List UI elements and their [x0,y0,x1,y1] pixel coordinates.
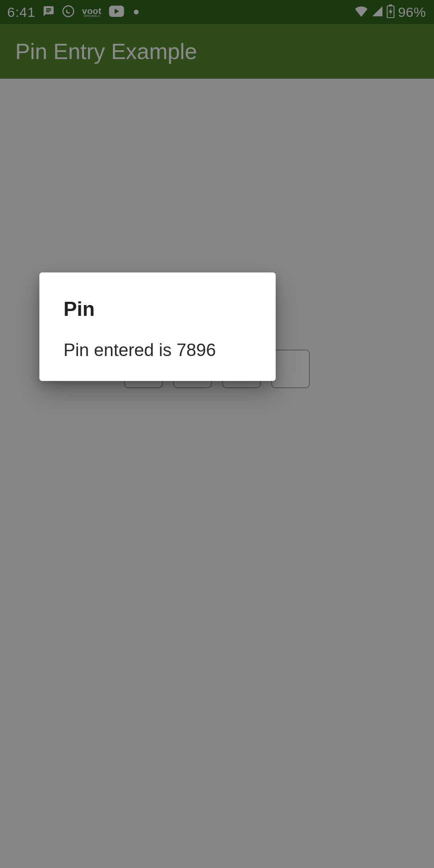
alert-dialog: Pin Pin entered is 7896 [39,272,276,381]
dialog-title: Pin [63,297,252,321]
screen: 6:41 voot ORIGINALS [0,0,434,868]
dialog-message: Pin entered is 7896 [63,340,252,360]
modal-scrim[interactable] [0,0,434,868]
